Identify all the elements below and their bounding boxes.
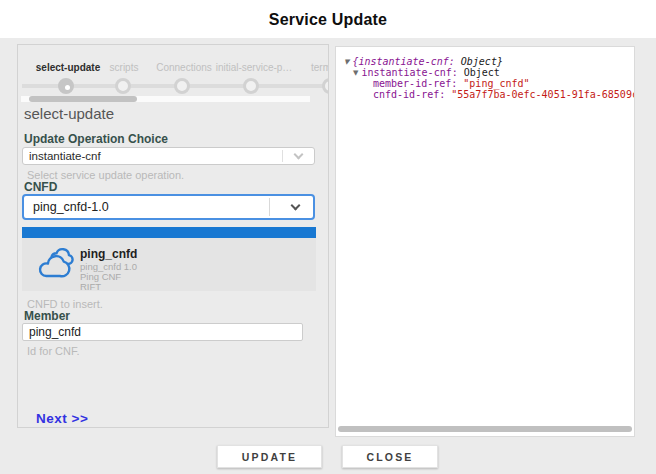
operation-selected-value: instantiate-cnf (23, 150, 282, 162)
json-root-preview: ▼{instantiate-cnf: Object} (344, 56, 503, 67)
wizard-panel: select-update scripts Connections initia… (17, 44, 329, 428)
wizard-step-select-update[interactable]: select-update (36, 62, 100, 73)
cnfd-option-highlight-bar (22, 227, 316, 238)
wizard-scrollbar-thumb[interactable] (29, 96, 137, 102)
cnfd-select[interactable]: ping_cnfd-1.0 (22, 194, 315, 220)
json-node: ▼instantiate-cnf: Object (353, 67, 500, 78)
operation-label: Update Operation Choice (24, 132, 168, 146)
member-input[interactable] (22, 323, 303, 341)
update-button[interactable]: UPDATE (217, 445, 322, 468)
step-circle-5[interactable] (322, 78, 329, 94)
expand-arrow-icon[interactable]: ▼ (344, 58, 349, 66)
json-prop-member-id-ref: member-id-ref: "ping_cnfd" (373, 78, 530, 89)
cnfd-option-card[interactable]: ping_cnfd ping_cnfd 1.0 Ping CNF RIFT (22, 238, 316, 291)
json-prop-cnfd-id-ref: cnfd-id-ref: "55a7f7ba-0efc-4051-91fa-68… (373, 89, 635, 100)
page-title: Service Update (0, 11, 656, 29)
step-circle-3[interactable] (174, 78, 190, 94)
operation-select[interactable]: instantiate-cnf (22, 147, 315, 165)
step-circle-1-active[interactable] (58, 78, 74, 94)
chevron-down-icon (291, 201, 301, 211)
cnfd-card-title: ping_cnfd (80, 247, 137, 261)
member-help: Id for CNF. (27, 345, 80, 357)
wizard-scrollbar-track (21, 96, 310, 102)
member-label: Member (24, 309, 70, 323)
service-update-dialog: Service Update select-update scripts Con… (0, 0, 656, 474)
cnfd-card-vendor: RIFT (80, 281, 101, 292)
expand-arrow-icon[interactable]: ▼ (353, 69, 358, 77)
wizard-step-terminate[interactable]: termina (311, 62, 329, 73)
cnfd-label: CNFD (24, 180, 57, 194)
chevron-down-icon (294, 150, 304, 160)
next-link[interactable]: Next >> (36, 411, 88, 426)
step-circle-2[interactable] (115, 78, 131, 94)
wizard-step-scripts[interactable]: scripts (110, 62, 139, 73)
cnfd-selected-value: ping_cnfd-1.0 (24, 200, 269, 214)
step-circle-4[interactable] (243, 78, 259, 94)
section-heading: select-update (24, 105, 114, 122)
wizard-step-connections[interactable]: Connections (156, 62, 212, 73)
cloud-icon (36, 245, 76, 287)
json-preview-panel: ▼{instantiate-cnf: Object} ▼instantiate-… (335, 46, 635, 437)
wizard-step-initial-service[interactable]: initial-service-p… (216, 62, 293, 73)
close-button[interactable]: CLOSE (342, 445, 438, 468)
json-panel-hscrollbar-thumb[interactable] (338, 426, 632, 432)
